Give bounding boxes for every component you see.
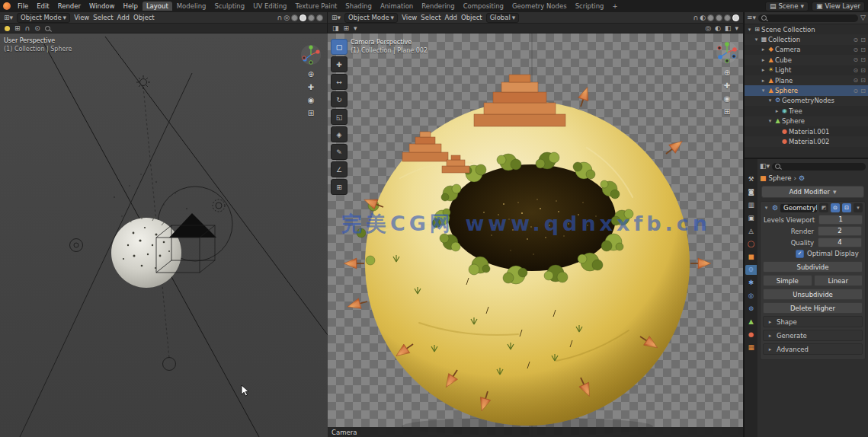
section-advanced[interactable]: ▸ Advanced bbox=[763, 343, 863, 355]
props-tab-render[interactable]: ◙ bbox=[745, 187, 757, 197]
optimal-display-checkbox[interactable]: ✓ bbox=[796, 250, 804, 258]
props-tab-object[interactable]: ■ bbox=[745, 252, 757, 262]
props-tab-object-data[interactable]: ▲ bbox=[745, 317, 757, 327]
expand-icon[interactable]: ▾ bbox=[767, 97, 774, 104]
editor-type-icon[interactable]: ◧▾ bbox=[760, 163, 770, 170]
modifier-extras-menu[interactable]: ▾ bbox=[854, 203, 863, 212]
simple-button[interactable]: Simple bbox=[763, 275, 812, 286]
shading-material-button[interactable] bbox=[724, 14, 731, 21]
shading-wireframe-button[interactable] bbox=[291, 14, 298, 21]
camera-view-icon[interactable]: ◉ bbox=[724, 95, 731, 103]
proportional-edit-icon[interactable]: ◎ bbox=[283, 14, 290, 21]
unsubdivide-button[interactable]: Unsubdivide bbox=[763, 289, 863, 300]
hide-toggle-icon[interactable]: ⊙ bbox=[854, 37, 859, 43]
mode-dropdown[interactable]: Object Mode ▾ bbox=[17, 13, 70, 23]
outliner-row[interactable]: ▾ ⊞ Scene Collection bbox=[745, 24, 868, 34]
outliner-search-input[interactable] bbox=[758, 14, 858, 22]
outliner-row[interactable]: ▾ ▲ Sphere bbox=[745, 116, 868, 126]
modifier-name-field[interactable]: GeometryNodes bbox=[780, 204, 817, 212]
zoom-icon[interactable]: ⊕ bbox=[308, 71, 314, 78]
ortho-toggle-icon[interactable]: ⊞ bbox=[724, 108, 730, 116]
props-tab-physics[interactable]: ◎ bbox=[745, 291, 757, 301]
render-toggle-icon[interactable]: ⊡ bbox=[860, 46, 866, 53]
props-tab-tool[interactable]: ⚒ bbox=[745, 174, 757, 184]
filter-icon[interactable]: ▽ bbox=[860, 14, 866, 21]
pan-icon[interactable]: ✚ bbox=[724, 82, 730, 90]
outliner-row[interactable]: ▸ ▲ Plane ⊙⊡ bbox=[745, 75, 868, 85]
workspace-tab-sculpting[interactable]: Sculpting bbox=[210, 2, 248, 11]
shading-rendered-button[interactable] bbox=[732, 14, 739, 21]
gizmos-icon[interactable]: ◎ bbox=[705, 25, 711, 32]
linear-button[interactable]: Linear bbox=[814, 275, 863, 286]
outliner-row-active[interactable]: ▾ ▲ Sphere ⊙⊡ bbox=[745, 85, 868, 95]
edit-mode-toggle[interactable]: ◩ bbox=[819, 203, 828, 212]
grid-icon[interactable]: ⊞ bbox=[344, 25, 350, 32]
ortho-toggle-icon[interactable]: ⊞ bbox=[308, 110, 314, 117]
realtime-toggle[interactable]: ⊙ bbox=[831, 203, 840, 212]
expand-icon[interactable]: ▾ bbox=[760, 88, 767, 94]
orientation-gizmo[interactable] bbox=[716, 41, 738, 64]
props-tab-particles[interactable]: ✱ bbox=[745, 278, 757, 288]
props-tab-world[interactable]: ◯ bbox=[745, 239, 757, 249]
outliner-row[interactable]: ▾ ▦ Collection ⊙⊡ bbox=[745, 34, 868, 44]
levels-viewport-field[interactable]: 1 bbox=[818, 215, 863, 225]
subdivide-button[interactable]: Subdivide bbox=[763, 261, 863, 273]
add-workspace-button[interactable]: + bbox=[608, 2, 621, 11]
render-toggle-icon[interactable]: ⊡ bbox=[860, 88, 866, 94]
pan-icon[interactable]: ✚ bbox=[308, 84, 314, 91]
overlays-icon[interactable]: ◐ bbox=[715, 25, 721, 32]
blender-logo-icon[interactable] bbox=[3, 2, 11, 10]
properties-search-input[interactable] bbox=[772, 163, 866, 171]
props-tab-view-layer[interactable]: ▣ bbox=[745, 213, 757, 223]
render-toggle-icon[interactable]: ⊡ bbox=[860, 37, 866, 43]
editor-type-icon[interactable]: ≡▾ bbox=[747, 14, 756, 21]
search-icon[interactable] bbox=[45, 26, 50, 31]
menu-help[interactable]: Help bbox=[119, 2, 141, 10]
hide-toggle-icon[interactable]: ⊙ bbox=[854, 56, 859, 63]
workspace-tab-uv-editing[interactable]: UV Editing bbox=[249, 2, 290, 11]
render-toggle-icon[interactable]: ⊡ bbox=[860, 77, 866, 84]
expand-icon[interactable]: ▾ bbox=[767, 118, 774, 124]
props-tab-material[interactable]: ● bbox=[745, 330, 757, 340]
workspace-tab-modeling[interactable]: Modeling bbox=[173, 2, 210, 11]
section-generate[interactable]: ▸ Generate bbox=[763, 330, 863, 341]
orientation-dropdown[interactable]: Global ▾ bbox=[486, 13, 520, 23]
menu-render[interactable]: Render bbox=[54, 2, 85, 10]
select-menu[interactable]: Select bbox=[93, 14, 113, 21]
visibility-icon[interactable]: ⊙ bbox=[34, 25, 40, 32]
select-menu[interactable]: Select bbox=[421, 14, 440, 21]
view-menu[interactable]: View bbox=[402, 14, 417, 21]
expand-icon[interactable]: ▸ bbox=[760, 46, 767, 53]
active-color-swatch[interactable] bbox=[5, 26, 10, 31]
tool-rotate[interactable]: ↻ bbox=[331, 91, 348, 107]
quality-field[interactable]: 4 bbox=[818, 238, 862, 247]
object-menu[interactable]: Object bbox=[461, 14, 482, 21]
tool-cursor[interactable]: ✚ bbox=[331, 56, 348, 72]
breadcrumb-object-name[interactable]: Sphere bbox=[769, 174, 792, 182]
grid-icon[interactable]: ⊞ bbox=[14, 25, 21, 32]
shading-wireframe-button[interactable] bbox=[707, 14, 714, 21]
expand-icon[interactable]: ▸ bbox=[760, 67, 767, 73]
render-slot-icon[interactable]: ◨ bbox=[332, 25, 339, 32]
editor-type-icon[interactable]: ⊞▾ bbox=[4, 14, 13, 21]
hide-toggle-icon[interactable]: ⊙ bbox=[854, 67, 859, 74]
outliner-row[interactable]: ▸ ◆ Camera ⊙⊡ bbox=[745, 45, 868, 55]
add-modifier-button[interactable]: Add Modifier ▾ bbox=[761, 186, 864, 198]
outliner-row[interactable]: ▸ ☀ Light ⊙⊡ bbox=[745, 65, 868, 75]
mode-dropdown[interactable]: Object Mode ▾ bbox=[344, 13, 398, 23]
props-tab-scene[interactable]: ◬ bbox=[745, 226, 757, 236]
view-menu[interactable]: View bbox=[74, 14, 89, 21]
render-toggle-icon[interactable]: ⊡ bbox=[860, 67, 866, 74]
render-3d-viewport[interactable]: ▢ ✚ ↔ ↻ ◱ ◈ ✎ ∠ ⊞ Camera Perspective (1)… bbox=[328, 33, 744, 437]
section-shape[interactable]: ▸ Shape bbox=[763, 316, 863, 327]
shading-rendered-button[interactable] bbox=[316, 14, 323, 21]
scene-selector[interactable]: ▤ Scene ▾ bbox=[765, 2, 809, 11]
tool-move[interactable]: ↔ bbox=[331, 74, 348, 90]
outliner-row[interactable]: ▾ ⚙ GeometryNodes bbox=[745, 96, 868, 106]
workspace-tab-texture-paint[interactable]: Texture Paint bbox=[292, 2, 341, 11]
hide-toggle-icon[interactable]: ⊙ bbox=[854, 77, 859, 84]
outliner-row[interactable]: ▸ ▲ Cube ⊙⊡ bbox=[745, 55, 868, 65]
snap-magnet-icon[interactable]: ∩ bbox=[277, 14, 283, 21]
tool-select-box[interactable]: ▢ bbox=[331, 39, 348, 55]
expand-icon[interactable]: ▸ bbox=[760, 57, 767, 63]
